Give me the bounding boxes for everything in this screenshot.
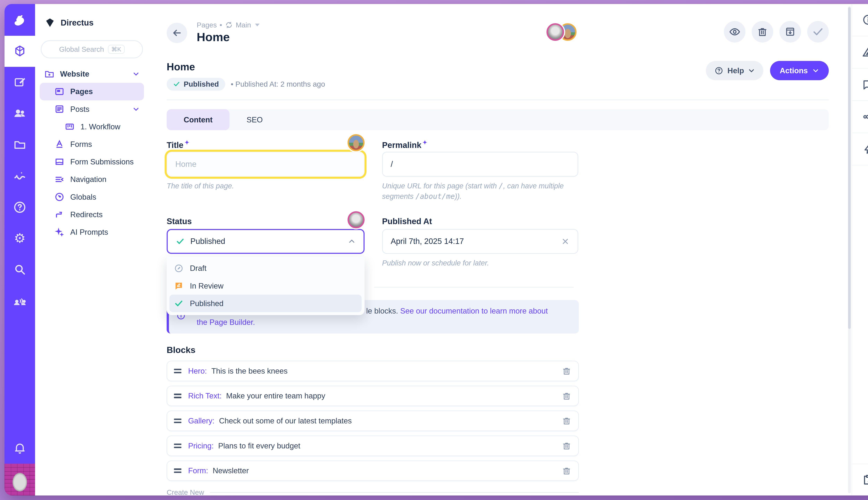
block-row-gallery[interactable]: Gallery: Check out some of our latest te… bbox=[167, 411, 579, 431]
block-type[interactable]: Gallery: bbox=[188, 417, 215, 425]
sidebar-item-navigation[interactable]: Navigation bbox=[40, 171, 144, 188]
pending-tasks-button[interactable] bbox=[852, 464, 868, 496]
item-title: Home bbox=[167, 61, 325, 72]
back-button[interactable] bbox=[167, 23, 187, 43]
scrollbar-thumb[interactable] bbox=[848, 7, 851, 329]
module-insights[interactable] bbox=[4, 160, 35, 192]
info-drawer-button[interactable] bbox=[852, 4, 868, 36]
tab-content[interactable]: Content bbox=[167, 109, 229, 130]
tab-seo[interactable]: SEO bbox=[229, 109, 280, 130]
breadcrumb[interactable]: Pages • Main bbox=[197, 21, 260, 29]
documentation-link[interactable]: the Page Builder. bbox=[197, 318, 255, 326]
delete-button[interactable] bbox=[752, 21, 773, 43]
flows-drawer-button[interactable] bbox=[852, 133, 868, 166]
drag-handle-icon[interactable] bbox=[174, 468, 181, 473]
block-row-rich-text[interactable]: Rich Text: Make your entire team happy bbox=[167, 386, 579, 406]
inbox-icon bbox=[54, 157, 65, 167]
permalink-value: / bbox=[391, 160, 393, 169]
field-title: Title✦ Home The title of this page. bbox=[167, 139, 365, 202]
right-sidebar: 3 bbox=[852, 4, 868, 496]
trash-icon[interactable] bbox=[562, 441, 571, 451]
block-row-pricing[interactable]: Pricing: Plans to fit every budget bbox=[167, 435, 579, 456]
module-content[interactable] bbox=[4, 36, 35, 67]
editing-avatar-animal[interactable] bbox=[347, 134, 365, 151]
letter-a-icon bbox=[54, 139, 65, 149]
module-files[interactable] bbox=[4, 129, 35, 160]
archive-button[interactable] bbox=[779, 21, 801, 43]
drag-handle-icon[interactable] bbox=[174, 444, 181, 448]
project-switcher[interactable]: Directus bbox=[35, 13, 148, 32]
sidebar-item-workflow[interactable]: 1. Workflow bbox=[40, 118, 144, 135]
block-type[interactable]: Form: bbox=[188, 466, 208, 475]
status-dropdown-menu: Draft In Review Published bbox=[167, 257, 365, 315]
block-type[interactable]: Rich Text: bbox=[188, 391, 222, 400]
help-button[interactable]: Help bbox=[706, 61, 763, 80]
navigation-panel: Directus Global Search ⌘K Website Pages … bbox=[35, 4, 148, 496]
tab-label: Content bbox=[184, 115, 213, 124]
blocks-section: Blocks Hero: This is the bees knees Rich… bbox=[167, 345, 579, 496]
module-docs[interactable] bbox=[4, 192, 35, 223]
sidebar-item-pages[interactable]: Pages bbox=[40, 83, 144, 100]
version-sync-icon bbox=[225, 21, 233, 29]
published-at-input[interactable]: April 7th, 2025 14:17 bbox=[382, 229, 578, 254]
chevron-up-icon[interactable] bbox=[348, 238, 355, 245]
caret-down-icon[interactable] bbox=[255, 24, 260, 26]
archive-icon bbox=[785, 26, 796, 37]
module-settings[interactable]: ⚙ bbox=[4, 223, 35, 254]
trash-icon[interactable] bbox=[562, 416, 571, 426]
chevron-down-icon[interactable] bbox=[133, 70, 139, 77]
editing-avatar-man[interactable] bbox=[347, 211, 365, 228]
documentation-link[interactable]: See our documentation to learn more abou… bbox=[400, 307, 548, 315]
permalink-input[interactable]: / bbox=[382, 152, 578, 177]
trash-icon[interactable] bbox=[562, 366, 571, 376]
sidebar-item-forms[interactable]: Forms bbox=[40, 135, 144, 153]
bolt-icon bbox=[862, 143, 868, 155]
current-user-avatar[interactable] bbox=[4, 464, 35, 496]
sidebar-item-label: Pages bbox=[70, 87, 93, 96]
module-translations[interactable] bbox=[4, 285, 35, 316]
breadcrumb-version[interactable]: Main bbox=[236, 21, 251, 29]
sidebar-item-redirects[interactable]: Redirects bbox=[40, 206, 144, 223]
sidebar-item-posts[interactable]: Posts bbox=[40, 100, 144, 118]
module-editor[interactable] bbox=[4, 67, 35, 98]
sidebar-item-globals[interactable]: Globals bbox=[40, 188, 144, 206]
block-type[interactable]: Pricing: bbox=[188, 442, 214, 450]
status-select[interactable]: Published bbox=[167, 229, 365, 254]
block-row-form[interactable]: Form: Newsletter bbox=[167, 461, 579, 481]
title-input[interactable]: Home bbox=[167, 152, 365, 177]
sidebar-item-website[interactable]: Website bbox=[40, 65, 144, 83]
directus-logo-icon[interactable] bbox=[4, 4, 35, 36]
actions-button[interactable]: Actions bbox=[770, 61, 829, 80]
field-label: Title✦ bbox=[167, 139, 365, 152]
comments-drawer-button[interactable] bbox=[852, 69, 868, 101]
save-button[interactable] bbox=[807, 21, 829, 43]
notifications-bell-icon[interactable] bbox=[4, 432, 35, 464]
status-option-published[interactable]: Published bbox=[169, 295, 362, 312]
avatar-user-man[interactable] bbox=[547, 23, 564, 41]
trash-icon[interactable] bbox=[562, 391, 571, 401]
revisions-drawer-button[interactable]: 3 bbox=[852, 36, 868, 69]
module-users[interactable] bbox=[4, 98, 35, 129]
breadcrumb-collection[interactable]: Pages bbox=[197, 21, 217, 29]
trash-icon[interactable] bbox=[562, 466, 571, 476]
sidebar-item-ai-prompts[interactable]: AI Prompts bbox=[40, 223, 144, 241]
sidebar-item-form-submissions[interactable]: Form Submissions bbox=[40, 153, 144, 171]
preview-button[interactable] bbox=[724, 21, 745, 43]
comment-icon bbox=[862, 78, 868, 91]
status-option-draft[interactable]: Draft bbox=[169, 260, 362, 277]
field-note: The title of this page. bbox=[167, 181, 365, 191]
block-row-hero[interactable]: Hero: This is the bees knees bbox=[167, 361, 579, 381]
share-drawer-button[interactable] bbox=[852, 101, 868, 133]
module-search[interactable] bbox=[4, 254, 35, 285]
drag-handle-icon[interactable] bbox=[174, 369, 181, 373]
block-type[interactable]: Hero: bbox=[188, 367, 207, 375]
chevron-down-icon[interactable] bbox=[133, 106, 139, 113]
drag-handle-icon[interactable] bbox=[174, 419, 181, 423]
check-icon bbox=[812, 25, 824, 38]
global-search-input[interactable]: Global Search ⌘K bbox=[41, 40, 143, 58]
create-new-button[interactable]: Create New bbox=[167, 488, 579, 496]
clear-icon[interactable] bbox=[561, 237, 570, 246]
drag-handle-icon[interactable] bbox=[174, 394, 181, 398]
status-option-in-review[interactable]: In Review bbox=[169, 277, 362, 295]
blocks-list: Hero: This is the bees knees Rich Text: … bbox=[167, 361, 579, 481]
